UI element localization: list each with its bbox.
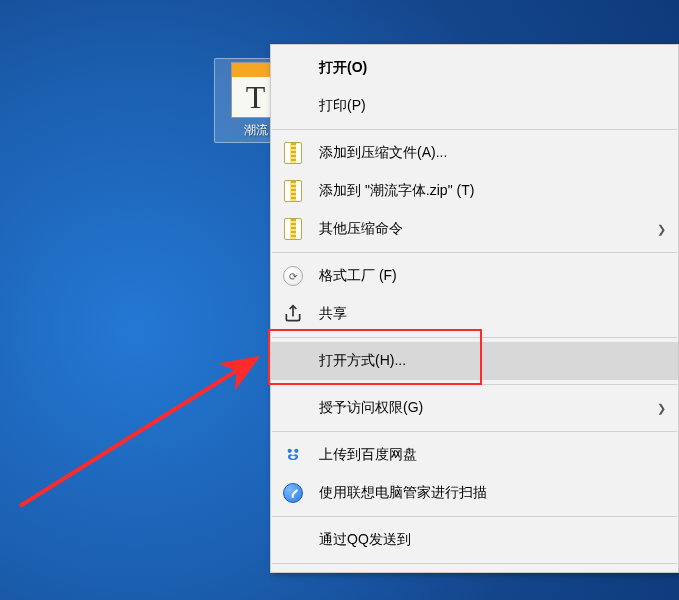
menu-separator: [272, 516, 677, 517]
menu-separator: [272, 384, 677, 385]
menu-qq-send-label: 通过QQ发送到: [319, 531, 666, 549]
menu-qq-send[interactable]: 通过QQ发送到: [271, 521, 678, 559]
menu-open-with[interactable]: 打开方式(H)...: [271, 342, 678, 380]
menu-separator: [272, 337, 677, 338]
blank-icon: [281, 349, 305, 373]
svg-point-2: [294, 449, 298, 453]
svg-line-3: [20, 358, 257, 506]
menu-baidu-upload-label: 上传到百度网盘: [319, 446, 666, 464]
menu-separator: [272, 129, 677, 130]
chevron-right-icon: ❯: [657, 223, 666, 236]
menu-add-archive-label: 添加到压缩文件(A)...: [319, 144, 666, 162]
menu-lenovo-scan-label: 使用联想电脑管家进行扫描: [319, 484, 666, 502]
menu-baidu-upload[interactable]: 上传到百度网盘: [271, 436, 678, 474]
menu-add-zip-label: 添加到 "潮流字体.zip" (T): [319, 182, 666, 200]
zip-icon: [281, 179, 305, 203]
menu-format-factory[interactable]: 格式工厂 (F): [271, 257, 678, 295]
menu-print[interactable]: 打印(P): [271, 87, 678, 125]
menu-add-zip[interactable]: 添加到 "潮流字体.zip" (T): [271, 172, 678, 210]
menu-other-zip-label: 其他压缩命令: [319, 220, 657, 238]
zip-icon: [281, 217, 305, 241]
menu-open-with-label: 打开方式(H)...: [319, 352, 666, 370]
menu-separator: [272, 563, 677, 564]
blank-icon: [281, 396, 305, 420]
menu-grant-access[interactable]: 授予访问权限(G) ❯: [271, 389, 678, 427]
context-menu: 打开(O) 打印(P) 添加到压缩文件(A)... 添加到 "潮流字体.zip"…: [270, 44, 679, 573]
menu-add-archive[interactable]: 添加到压缩文件(A)...: [271, 134, 678, 172]
menu-lenovo-scan[interactable]: 使用联想电脑管家进行扫描: [271, 474, 678, 512]
annotation-arrow: [5, 296, 270, 516]
menu-separator: [272, 431, 677, 432]
menu-format-factory-label: 格式工厂 (F): [319, 267, 666, 285]
share-icon: [281, 302, 305, 326]
menu-print-label: 打印(P): [319, 97, 666, 115]
menu-separator: [272, 252, 677, 253]
blank-icon: [281, 528, 305, 552]
chevron-right-icon: ❯: [657, 402, 666, 415]
menu-share-label: 共享: [319, 305, 666, 323]
menu-other-zip[interactable]: 其他压缩命令 ❯: [271, 210, 678, 248]
menu-open[interactable]: 打开(O): [271, 49, 678, 87]
format-factory-icon: [281, 264, 305, 288]
zip-icon: [281, 141, 305, 165]
blank-icon: [281, 94, 305, 118]
baidu-icon: [281, 443, 305, 467]
menu-grant-access-label: 授予访问权限(G): [319, 399, 657, 417]
svg-point-1: [288, 449, 292, 453]
menu-open-label: 打开(O): [319, 59, 666, 77]
clock-icon: [281, 481, 305, 505]
menu-share[interactable]: 共享: [271, 295, 678, 333]
blank-icon: [281, 56, 305, 80]
